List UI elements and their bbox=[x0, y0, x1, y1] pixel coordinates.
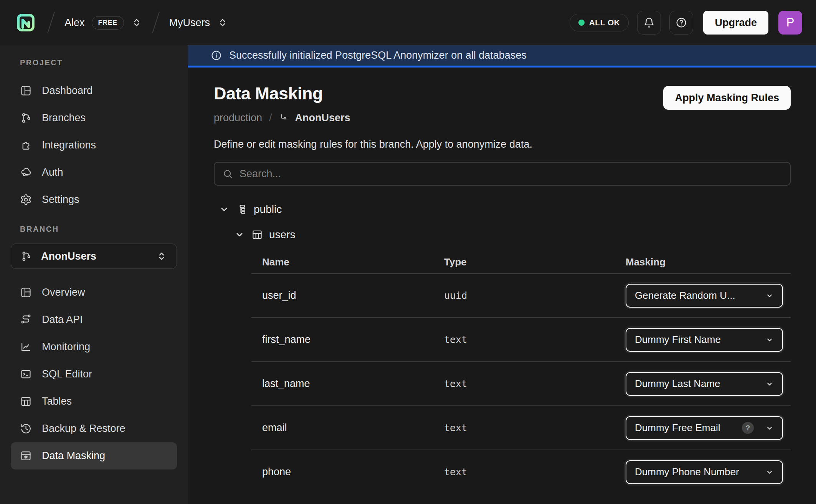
avatar[interactable]: P bbox=[778, 11, 802, 35]
chevrons-up-down-icon[interactable] bbox=[131, 17, 142, 28]
sidebar-item-dashboard[interactable]: Dashboard bbox=[11, 77, 177, 104]
sidebar-item-integrations[interactable]: Integrations bbox=[11, 132, 177, 159]
masking-rule-select[interactable]: Generate Random U... bbox=[626, 284, 783, 308]
tree-node-table[interactable]: users bbox=[214, 229, 791, 241]
sidebar-item-branches[interactable]: Branches bbox=[11, 104, 177, 132]
chevron-down-icon bbox=[765, 423, 775, 433]
plan-badge: FREE bbox=[92, 16, 124, 30]
column-type: text bbox=[444, 334, 626, 345]
table-name: users bbox=[269, 229, 295, 241]
masking-rule-select[interactable]: Dummy Free Email ? bbox=[626, 416, 783, 440]
column-type: uuid bbox=[444, 290, 626, 301]
column-header-type: Type bbox=[444, 256, 626, 268]
page-title: Data Masking bbox=[214, 84, 350, 104]
project-selector[interactable]: MyUsers bbox=[169, 17, 229, 29]
column-type: text bbox=[444, 422, 626, 433]
help-button[interactable] bbox=[669, 11, 693, 35]
neon-logo-icon[interactable] bbox=[14, 11, 38, 35]
table-row: email text Dummy Free Email ? bbox=[251, 406, 791, 450]
status-badge[interactable]: ALL OK bbox=[570, 14, 629, 31]
sidebar-item-tables[interactable]: Tables bbox=[11, 388, 177, 415]
table-icon bbox=[20, 395, 32, 407]
sidebar-item-label: Branches bbox=[42, 112, 86, 124]
breadcrumb: production / AnonUsers bbox=[214, 112, 350, 124]
sidebar-item-data-api[interactable]: Data API bbox=[11, 306, 177, 333]
window-asterisk-icon bbox=[20, 450, 32, 462]
table-row: last_name text Dummy Last Name bbox=[251, 362, 791, 405]
chevrons-up-down-icon bbox=[156, 250, 167, 262]
sidebar-item-label: SQL Editor bbox=[42, 368, 92, 380]
cloud-key-icon bbox=[20, 166, 32, 178]
help-badge[interactable]: ? bbox=[742, 422, 754, 434]
sidebar-item-label: Dashboard bbox=[42, 85, 93, 97]
table-row: user_id uuid Generate Random U... bbox=[251, 274, 791, 317]
upgrade-button[interactable]: Upgrade bbox=[703, 11, 768, 35]
sidebar-item-label: Auth bbox=[42, 166, 63, 178]
sidebar-item-label: Data Masking bbox=[42, 450, 105, 462]
table-row: phone text Dummy Phone Number bbox=[251, 450, 791, 494]
branch-selector-value: AnonUsers bbox=[41, 250, 96, 262]
chevron-down-icon bbox=[765, 335, 775, 345]
chevron-down-icon bbox=[765, 379, 775, 389]
chevrons-up-down-icon[interactable] bbox=[217, 17, 228, 28]
sidebar-item-label: Integrations bbox=[42, 139, 96, 151]
chevron-down-icon bbox=[765, 291, 775, 301]
notification-banner: Successfully initialized PostgreSQL Anon… bbox=[188, 45, 816, 68]
sidebar-item-data-masking[interactable]: Data Masking bbox=[11, 442, 177, 469]
sidebar-item-label: Overview bbox=[42, 287, 85, 298]
column-type: text bbox=[444, 378, 626, 389]
table-header: Name Type Masking bbox=[251, 251, 791, 273]
sidebar-item-auth[interactable]: Auth bbox=[11, 159, 177, 186]
info-circle-icon bbox=[210, 49, 222, 61]
org-name: Alex bbox=[64, 17, 85, 29]
breadcrumb-parent[interactable]: production bbox=[214, 112, 262, 124]
column-type: text bbox=[444, 466, 626, 478]
sidebar-item-label: Backup & Restore bbox=[42, 423, 126, 435]
main-panel: Successfully initialized PostgreSQL Anon… bbox=[188, 45, 816, 504]
dashboard-icon bbox=[20, 85, 32, 97]
gear-icon bbox=[20, 194, 32, 206]
schema-name: public bbox=[254, 203, 282, 216]
slash-divider bbox=[47, 12, 55, 33]
sidebar-item-label: Settings bbox=[42, 194, 79, 206]
help-circle-icon bbox=[675, 16, 687, 29]
masking-rule-select[interactable]: Dummy Last Name bbox=[626, 372, 783, 396]
branch-section-label: BRANCH bbox=[11, 225, 177, 234]
masking-rule-select[interactable]: Dummy Phone Number bbox=[626, 460, 783, 484]
masking-rule-value: Generate Random U... bbox=[635, 290, 759, 301]
org-selector[interactable]: Alex FREE bbox=[64, 16, 142, 30]
sidebar-item-sql-editor[interactable]: SQL Editor bbox=[11, 361, 177, 388]
chevron-down-icon[interactable] bbox=[234, 229, 245, 240]
apply-masking-rules-button[interactable]: Apply Masking Rules bbox=[663, 86, 791, 110]
schema-icon bbox=[236, 204, 248, 215]
notifications-button[interactable] bbox=[637, 11, 661, 35]
route-icon bbox=[20, 314, 32, 326]
project-section-label: PROJECT bbox=[11, 58, 177, 67]
status-dot-icon bbox=[578, 20, 585, 26]
masking-rule-select[interactable]: Dummy First Name bbox=[626, 328, 783, 352]
chevron-down-icon[interactable] bbox=[218, 204, 230, 215]
branch-selector[interactable]: AnonUsers bbox=[11, 244, 177, 269]
sidebar-item-overview[interactable]: Overview bbox=[11, 279, 177, 306]
masking-rule-value: Dummy Last Name bbox=[635, 378, 759, 390]
search-input[interactable] bbox=[240, 168, 782, 180]
masking-rule-value: Dummy Phone Number bbox=[635, 466, 759, 478]
sidebar-item-backup-restore[interactable]: Backup & Restore bbox=[11, 415, 177, 442]
column-header-masking: Masking bbox=[626, 256, 791, 268]
git-branch-icon bbox=[20, 112, 32, 124]
search-icon bbox=[222, 168, 233, 180]
sidebar-item-label: Tables bbox=[42, 395, 72, 407]
tree-node-schema[interactable]: public bbox=[214, 203, 791, 216]
sidebar-item-settings[interactable]: Settings bbox=[11, 186, 177, 213]
search-box[interactable] bbox=[214, 162, 791, 186]
line-chart-icon bbox=[20, 341, 32, 353]
chevron-down-icon bbox=[765, 467, 775, 477]
masking-rule-value: Dummy Free Email bbox=[635, 422, 737, 434]
banner-text: Successfully initialized PostgreSQL Anon… bbox=[229, 49, 527, 61]
table-icon bbox=[251, 229, 263, 240]
sidebar-item-monitoring[interactable]: Monitoring bbox=[11, 333, 177, 361]
child-branch-icon bbox=[279, 113, 290, 124]
masking-rule-value: Dummy First Name bbox=[635, 334, 759, 346]
breadcrumb-separator: / bbox=[269, 112, 272, 124]
column-name: phone bbox=[262, 466, 444, 478]
